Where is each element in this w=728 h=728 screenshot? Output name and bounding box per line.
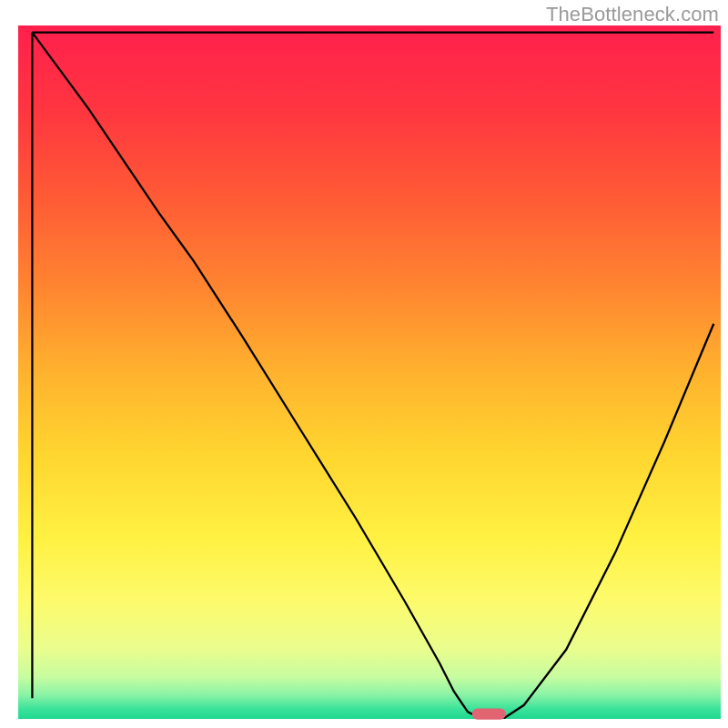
chart-container: TheBottleneck.com <box>0 0 728 728</box>
bottleneck-chart <box>0 0 728 728</box>
optimal-point-marker <box>472 709 506 720</box>
plot-background <box>18 25 721 719</box>
